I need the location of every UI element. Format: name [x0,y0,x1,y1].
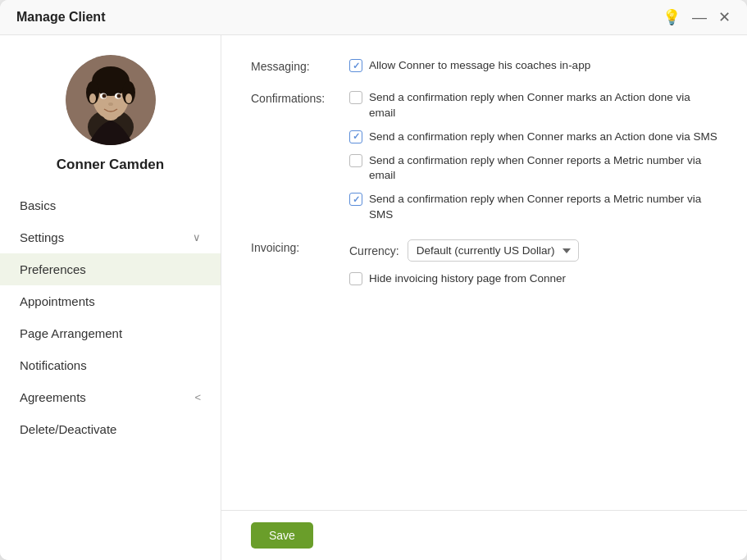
close-icon[interactable]: ✕ [718,10,731,25]
sidebar-item-appointments[interactable]: Appointments [0,285,221,317]
sidebar-label-appointments: Appointments [20,294,95,308]
conf-option-3: Send a confirmation reply when Conner re… [349,153,717,184]
sidebar-label-notifications: Notifications [20,358,87,372]
svg-point-11 [108,102,113,106]
sidebar-item-notifications[interactable]: Notifications [0,349,221,381]
invoicing-section: Invoicing: Currency: Default (currently … [251,239,717,287]
sidebar-link-page-arrangement[interactable]: Page Arrangement [0,317,221,349]
conf-option-2: Send a confirmation reply when Conner ma… [349,130,717,145]
sidebar-nav: Basics Settings ∨ Preferences Ap [0,189,221,445]
sidebar-link-agreements[interactable]: Agreements < [0,381,221,413]
client-name: Conner Camden [57,157,164,173]
sidebar-link-appointments[interactable]: Appointments [0,285,221,317]
invoicing-label: Invoicing: [251,239,349,254]
sidebar-label-basics: Basics [20,198,56,212]
svg-point-12 [89,93,96,103]
invoicing-body: Currency: Default (currently US Dollar) … [349,239,717,287]
confirmations-label: Confirmations: [251,90,349,105]
sidebar-link-basics[interactable]: Basics [0,189,221,221]
conf-checkbox-3[interactable] [349,154,362,167]
sidebar-link-preferences[interactable]: Preferences [0,253,221,285]
hide-invoicing-checkbox[interactable] [349,272,362,285]
hide-invoicing-row: Hide invoicing history page from Conner [349,271,717,287]
sidebar-item-delete-deactivate[interactable]: Delete/Deactivate [0,413,221,445]
preferences-content: Messaging: Allow Conner to message his c… [221,35,747,510]
sidebar-label-settings: Settings [20,230,64,244]
sidebar-label-preferences: Preferences [20,262,86,276]
messaging-option-1-label: Allow Conner to message his coaches in-a… [369,58,590,74]
currency-select[interactable]: Default (currently US Dollar) USD - US D… [408,239,579,262]
bulb-icon[interactable]: 💡 [663,10,681,25]
messaging-label: Messaging: [251,58,349,73]
content-area: Conner Camden Basics Settings ∨ Preferen… [0,35,747,560]
sidebar-item-settings[interactable]: Settings ∨ [0,221,221,253]
conf-checkbox-2[interactable] [349,130,362,143]
manage-client-window: Manage Client 💡 — ✕ [0,0,747,560]
sidebar-link-settings[interactable]: Settings ∨ [0,221,221,253]
sidebar-label-page-arrangement: Page Arrangement [20,326,122,340]
sidebar: Conner Camden Basics Settings ∨ Preferen… [0,35,221,560]
main-footer: Save [221,510,747,560]
messaging-option-1: Allow Conner to message his coaches in-a… [349,58,717,74]
svg-point-9 [102,94,106,98]
window-title: Manage Client [16,10,105,25]
save-button[interactable]: Save [251,522,313,549]
hide-invoicing-label: Hide invoicing history page from Conner [369,271,566,287]
sidebar-link-delete-deactivate[interactable]: Delete/Deactivate [0,413,221,445]
messaging-section: Messaging: Allow Conner to message his c… [251,58,717,74]
currency-label: Currency: [349,244,399,257]
confirmations-section: Confirmations: Send a confirmation reply… [251,90,717,223]
svg-point-13 [125,93,132,103]
chevron-left-icon: < [194,391,201,403]
titlebar: Manage Client 💡 — ✕ [0,0,747,35]
conf-option-1-label: Send a confirmation reply when Conner ma… [369,90,717,121]
conf-option-4-label: Send a confirmation reply when Conner re… [369,192,717,223]
main-panel: Messaging: Allow Conner to message his c… [221,35,747,560]
sidebar-item-agreements[interactable]: Agreements < [0,381,221,413]
titlebar-controls: 💡 — ✕ [663,10,731,25]
confirmations-body: Send a confirmation reply when Conner ma… [349,90,717,223]
messaging-checkbox-1[interactable] [349,59,362,72]
conf-option-4: Send a confirmation reply when Conner re… [349,192,717,223]
sidebar-item-page-arrangement[interactable]: Page Arrangement [0,317,221,349]
sidebar-item-preferences[interactable]: Preferences [0,253,221,285]
conf-option-1: Send a confirmation reply when Conner ma… [349,90,717,121]
conf-option-3-label: Send a confirmation reply when Conner re… [369,153,717,184]
currency-row: Currency: Default (currently US Dollar) … [349,239,717,262]
svg-point-10 [116,94,121,98]
conf-option-2-label: Send a confirmation reply when Conner ma… [369,130,717,145]
sidebar-label-delete-deactivate: Delete/Deactivate [20,422,116,436]
conf-checkbox-4[interactable] [349,193,362,206]
conf-checkbox-1[interactable] [349,91,362,104]
messaging-body: Allow Conner to message his coaches in-a… [349,58,717,74]
sidebar-link-notifications[interactable]: Notifications [0,349,221,381]
sidebar-label-agreements: Agreements [20,390,86,404]
avatar [66,55,156,145]
chevron-down-icon: ∨ [193,231,201,244]
sidebar-item-basics[interactable]: Basics [0,189,221,221]
minimize-icon[interactable]: — [692,10,707,25]
